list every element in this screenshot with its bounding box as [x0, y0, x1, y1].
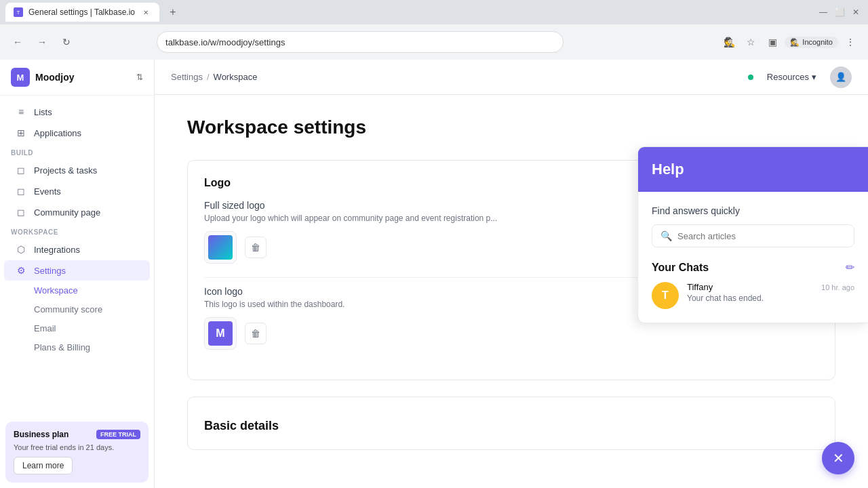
- incognito-badge[interactable]: 🕵 Incognito: [785, 37, 838, 48]
- sidebar-item-label-applications: Applications: [34, 128, 81, 138]
- window-controls: — ⬜ ✕: [816, 5, 863, 19]
- sidebar-chevron-icon[interactable]: ⇅: [136, 73, 143, 82]
- sidebar-item-label-integrations: Integrations: [34, 245, 80, 255]
- trial-text: Your free trial ends in 21 days.: [14, 443, 140, 451]
- sidebar-sub-item-plans-billing[interactable]: Plans & Billing: [4, 338, 150, 357]
- spy-icon[interactable]: 🕵: [719, 33, 738, 52]
- back-button[interactable]: ←: [8, 33, 27, 52]
- workspace-name: Moodjoy: [35, 72, 131, 83]
- address-bar[interactable]: talkbase.io/w/moodjoy/settings: [157, 31, 564, 53]
- chats-header: Your Chats ✏: [652, 261, 854, 274]
- close-help-button[interactable]: ✕: [822, 442, 854, 474]
- sidebar-sub-item-workspace[interactable]: Workspace: [4, 281, 150, 300]
- sidebar-item-community[interactable]: ◻ Community page: [4, 202, 150, 222]
- breadcrumb-current: Workspace: [214, 72, 258, 82]
- settings-icon: ⚙: [15, 265, 27, 276]
- browser-menu-button[interactable]: ⋮: [841, 33, 860, 52]
- sidebar-item-settings[interactable]: ⚙ Settings: [4, 260, 150, 281]
- browser-titlebar: T General settings | Talkbase.io ✕ + — ⬜…: [0, 0, 868, 24]
- full-logo-image: [208, 235, 233, 260]
- sidebar-item-label-events: Events: [34, 186, 61, 197]
- sidebar: M Moodjoy ⇅ ≡ Lists ⊞ Applications BUILD…: [0, 60, 155, 488]
- projects-icon: ◻: [15, 165, 27, 176]
- sidebar-sub-label-workspace: Workspace: [34, 285, 78, 296]
- help-body: Find answers quickly 🔍 Your Chats ✏ T Ti…: [638, 192, 868, 323]
- new-chat-button[interactable]: ✏: [846, 261, 854, 274]
- free-trial-badge: FREE TRIAL: [96, 430, 140, 439]
- chat-name: Tiffany: [687, 282, 713, 292]
- incognito-label: Incognito: [802, 38, 833, 46]
- chat-preview: Your chat has ended.: [687, 293, 854, 303]
- chat-time: 10 hr. ago: [821, 283, 854, 291]
- browser-chrome: T General settings | Talkbase.io ✕ + — ⬜…: [0, 0, 868, 60]
- toolbar-actions: 🕵 ☆ ▣ 🕵 Incognito ⋮: [719, 33, 860, 52]
- events-icon: ◻: [15, 186, 27, 197]
- help-search-container[interactable]: 🔍: [652, 224, 854, 247]
- forward-button[interactable]: →: [33, 33, 52, 52]
- integrations-icon: ⬡: [15, 244, 27, 255]
- main-header: Settings / Workspace Resources ▾ 👤: [155, 60, 868, 95]
- chat-item[interactable]: T Tiffany 10 hr. ago Your chat has ended…: [652, 282, 854, 309]
- sidebar-sub-label-plans-billing: Plans & Billing: [34, 342, 90, 352]
- sidebar-sub-label-community-score: Community score: [34, 304, 102, 314]
- chats-section: Your Chats ✏ T Tiffany 10 hr. ago Your c…: [652, 261, 854, 309]
- resources-button[interactable]: Resources ▾: [762, 69, 822, 85]
- learn-more-button[interactable]: Learn more: [14, 457, 73, 474]
- community-icon: ◻: [15, 207, 27, 218]
- online-status-dot: [748, 75, 753, 80]
- sidebar-item-integrations[interactable]: ⬡ Integrations: [4, 239, 150, 260]
- workspace-section-label: WORKSPACE: [0, 223, 154, 239]
- refresh-button[interactable]: ↻: [57, 33, 76, 52]
- icon-logo-letter: M: [208, 321, 233, 346]
- browser-tab[interactable]: T General settings | Talkbase.io ✕: [5, 3, 159, 22]
- address-bar-url: talkbase.io/w/moodjoy/settings: [165, 37, 285, 47]
- chat-meta: Tiffany 10 hr. ago: [687, 282, 854, 292]
- lists-icon: ≡: [15, 106, 27, 117]
- tab-favicon: T: [14, 7, 23, 17]
- sidebar-nav: ≡ Lists ⊞ Applications BUILD ◻ Projects …: [0, 96, 154, 416]
- new-tab-button[interactable]: +: [165, 4, 181, 20]
- browser-toolbar: ← → ↻ talkbase.io/w/moodjoy/settings 🕵 ☆…: [0, 24, 868, 60]
- chat-avatar: T: [652, 282, 679, 309]
- basic-details-card: Basic details: [187, 396, 835, 450]
- tab-close-button[interactable]: ✕: [140, 7, 151, 18]
- sidebar-item-label-projects: Projects & tasks: [34, 165, 97, 176]
- sidebar-header[interactable]: M Moodjoy ⇅: [0, 60, 154, 96]
- search-icon: 🔍: [660, 230, 672, 241]
- sidebar-sub-item-community-score[interactable]: Community score: [4, 300, 150, 319]
- minimize-button[interactable]: —: [816, 5, 830, 19]
- sidebar-item-applications[interactable]: ⊞ Applications: [4, 123, 150, 143]
- sidebar-toggle-icon[interactable]: ▣: [763, 33, 782, 52]
- workspace-avatar: M: [11, 68, 30, 87]
- sidebar-item-projects[interactable]: ◻ Projects & tasks: [4, 160, 150, 180]
- breadcrumb: Settings / Workspace: [171, 72, 257, 82]
- full-logo-preview: [204, 231, 237, 264]
- help-find-text: Find answers quickly: [652, 205, 854, 216]
- close-window-button[interactable]: ✕: [849, 5, 863, 19]
- header-actions: Resources ▾ 👤: [748, 66, 852, 88]
- help-panel: Help Find answers quickly 🔍 Your Chats ✏…: [637, 146, 868, 323]
- sidebar-item-label-settings: Settings: [34, 266, 66, 276]
- icon-logo-delete-button[interactable]: 🗑: [245, 323, 267, 344]
- incognito-icon: 🕵: [790, 38, 800, 47]
- app-container: M Moodjoy ⇅ ≡ Lists ⊞ Applications BUILD…: [0, 60, 868, 488]
- sidebar-item-label-community: Community page: [34, 207, 100, 218]
- applications-icon: ⊞: [15, 127, 27, 138]
- bookmark-icon[interactable]: ☆: [741, 33, 760, 52]
- help-header: Help: [638, 147, 868, 192]
- chats-title: Your Chats: [652, 262, 709, 274]
- sidebar-item-events[interactable]: ◻ Events: [4, 181, 150, 201]
- full-logo-delete-button[interactable]: 🗑: [245, 237, 267, 258]
- sidebar-sub-item-email[interactable]: Email: [4, 319, 150, 338]
- breadcrumb-settings-link[interactable]: Settings: [171, 72, 203, 82]
- icon-logo-preview: M: [204, 317, 237, 350]
- tab-title: General settings | Talkbase.io: [28, 7, 135, 17]
- business-plan-banner: Business plan FREE TRIAL Your free trial…: [5, 422, 149, 483]
- resources-chevron-icon: ▾: [812, 72, 816, 82]
- search-articles-input[interactable]: [677, 231, 846, 241]
- build-section-label: BUILD: [0, 144, 154, 159]
- sidebar-item-lists[interactable]: ≡ Lists: [4, 102, 150, 122]
- user-avatar[interactable]: 👤: [830, 66, 852, 88]
- page-title: Workspace settings: [187, 117, 835, 138]
- maximize-button[interactable]: ⬜: [833, 5, 846, 19]
